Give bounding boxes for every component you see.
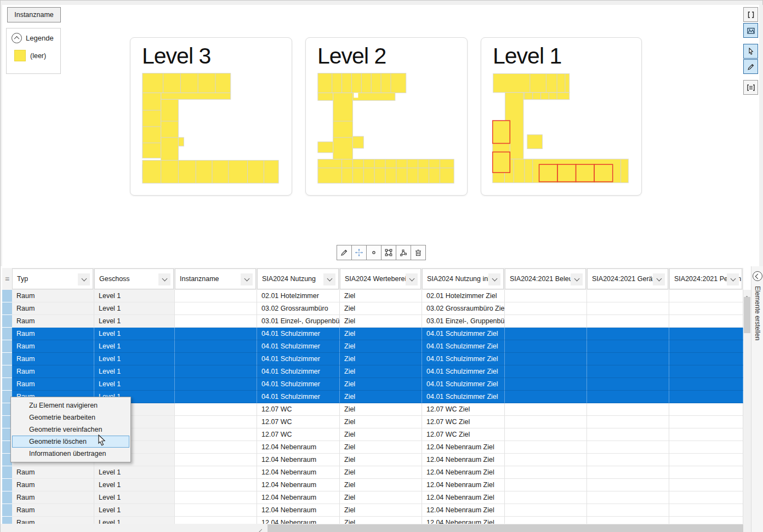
row-selector[interactable] (2, 340, 12, 352)
row-selector[interactable] (2, 315, 12, 327)
row-selector[interactable] (2, 290, 12, 302)
table-cell[interactable] (669, 504, 743, 517)
table-cell[interactable]: Ziel (340, 328, 422, 340)
delete-geometry-button[interactable] (411, 245, 426, 260)
table-cell[interactable] (505, 403, 587, 416)
table-cell[interactable] (669, 302, 743, 315)
table-cell[interactable] (175, 491, 257, 504)
table-cell[interactable]: 12.04 Nebenraum Ziel (422, 454, 505, 466)
table-cell[interactable]: Ziel (340, 391, 422, 403)
filter-chevron-icon[interactable] (78, 273, 90, 285)
table-row[interactable]: RaumLevel 102.01 HotelzimmerZiel02.01 Ho… (2, 290, 743, 302)
table-cell[interactable]: Level 1 (94, 479, 175, 491)
table-cell[interactable] (669, 328, 743, 340)
filter-chevron-icon[interactable] (323, 273, 335, 285)
table-cell[interactable]: 04.01 Schulzimmer Ziel (422, 391, 505, 403)
table-cell[interactable] (175, 328, 257, 340)
table-cell[interactable]: Level 1 (94, 328, 175, 340)
table-cell[interactable] (669, 353, 743, 365)
table-cell[interactable] (505, 378, 587, 391)
table-cell[interactable] (505, 365, 587, 378)
floorplan-card-level-2[interactable]: Level 2 (305, 37, 468, 196)
row-selector[interactable] (2, 302, 12, 314)
table-cell[interactable] (669, 466, 743, 479)
row-selector[interactable] (2, 378, 12, 390)
table-cell[interactable] (669, 517, 743, 524)
table-cell[interactable]: Ziel (340, 403, 422, 416)
filter-chevron-icon[interactable] (571, 273, 583, 285)
table-cell[interactable] (669, 315, 743, 328)
table-cell[interactable] (505, 353, 587, 365)
table-row[interactable]: RaumLevel 104.01 SchulzimmerZiel04.01 Sc… (2, 340, 743, 353)
table-cell[interactable] (669, 403, 743, 416)
row-selector[interactable] (2, 479, 12, 491)
table-cell[interactable]: 04.01 Schulzimmer (257, 340, 340, 353)
table-cell[interactable]: 04.01 Schulzimmer (257, 391, 340, 403)
table-cell[interactable]: Ziel (340, 353, 422, 365)
table-cell[interactable] (505, 454, 587, 466)
select-tool-button[interactable] (743, 44, 758, 59)
table-cell[interactable]: Ziel (340, 340, 422, 353)
table-row[interactable]: RaumLevel 103.01 Einzel-, GruppenbürZiel… (2, 315, 743, 328)
floorplan-card-level-3[interactable]: Level 3 (130, 37, 292, 196)
table-cell[interactable]: 03.01 Einzel-, Gruppenbür (422, 315, 505, 328)
table-cell[interactable] (669, 365, 743, 378)
table-row[interactable]: RaumLevel 112.04 NebenraumZiel12.04 Nebe… (2, 517, 743, 524)
table-cell[interactable] (587, 517, 669, 524)
floorplan-card-level-1[interactable]: Level 1 (481, 37, 642, 196)
row-selector[interactable] (2, 365, 12, 377)
table-cell[interactable]: 12.04 Nebenraum (257, 504, 340, 517)
vertical-scrollbar[interactable] (743, 290, 751, 524)
table-cell[interactable] (669, 491, 743, 504)
context-menu-item[interactable]: Informationen übertragen (12, 448, 129, 460)
floorplan-level-1[interactable] (481, 72, 641, 185)
column-header[interactable]: SIA2024:2021 Beleuc (505, 268, 586, 289)
table-row[interactable]: RaumLevel 104.01 SchulzimmerZiel04.01 Sc… (2, 365, 743, 378)
filter-chevron-icon[interactable] (727, 273, 739, 285)
filter-chevron-icon[interactable] (406, 273, 418, 285)
table-cell[interactable] (587, 328, 669, 340)
table-cell[interactable]: Level 1 (94, 340, 175, 353)
table-cell[interactable]: Level 1 (94, 491, 175, 504)
rectangle-select-button[interactable] (381, 245, 396, 260)
table-cell[interactable]: Raum (12, 365, 94, 378)
table-cell[interactable]: Level 1 (94, 290, 175, 302)
table-cell[interactable]: Level 1 (94, 378, 175, 391)
table-cell[interactable]: Raum (12, 491, 94, 504)
table-cell[interactable]: 12.04 Nebenraum Ziel (422, 491, 505, 504)
table-cell[interactable] (587, 428, 669, 441)
vertical-scrollbar-thumb[interactable] (744, 297, 750, 333)
table-cell[interactable]: Raum (12, 315, 94, 328)
table-cell[interactable]: Raum (12, 466, 94, 479)
table-cell[interactable]: Ziel (340, 454, 422, 466)
table-cell[interactable]: Ziel (340, 378, 422, 391)
table-cell[interactable]: 04.01 Schulzimmer Ziel (422, 340, 505, 353)
table-cell[interactable]: 12.04 Nebenraum Ziel (422, 479, 505, 491)
row-selector[interactable] (2, 517, 12, 524)
table-cell[interactable] (175, 479, 257, 491)
column-header[interactable]: Instanzname (175, 268, 256, 289)
table-cell[interactable]: Level 1 (94, 466, 175, 479)
table-cell[interactable] (587, 504, 669, 517)
table-cell[interactable]: Ziel (340, 365, 422, 378)
table-cell[interactable]: Raum (12, 517, 94, 524)
table-cell[interactable] (175, 353, 257, 365)
table-cell[interactable]: Ziel (340, 302, 422, 315)
table-cell[interactable]: 12.04 Nebenraum (257, 466, 340, 479)
table-cell[interactable] (505, 315, 587, 328)
table-cell[interactable]: Raum (12, 340, 94, 353)
add-point-button[interactable] (366, 245, 382, 260)
table-cell[interactable] (587, 441, 669, 454)
column-header[interactable]: Typ (12, 268, 93, 289)
context-menu-item[interactable]: Geometrie löschen (12, 436, 129, 448)
table-cell[interactable]: 02.01 Hotelzimmer (257, 290, 340, 302)
table-cell[interactable] (175, 428, 257, 441)
table-cell[interactable] (175, 290, 257, 302)
table-cell[interactable] (587, 340, 669, 353)
table-row[interactable]: RaumLevel 112.04 NebenraumZiel12.04 Nebe… (2, 504, 743, 517)
table-cell[interactable]: 03.02 Grossraumbüro (257, 302, 340, 315)
table-cell[interactable]: 02.01 Hotelzimmer Ziel (422, 290, 505, 302)
column-header[interactable]: SIA2024 Nutzung (257, 268, 339, 289)
table-cell[interactable] (587, 454, 669, 466)
table-cell[interactable]: Ziel (340, 504, 422, 517)
